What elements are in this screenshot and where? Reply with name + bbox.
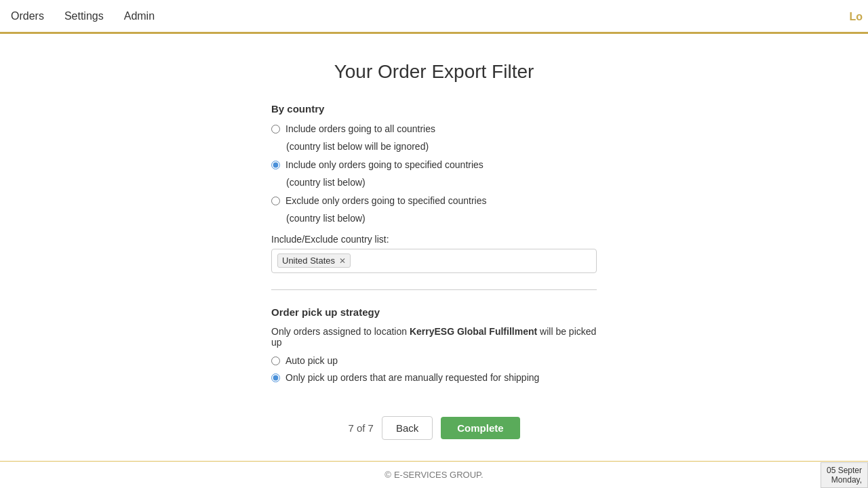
country-input-box[interactable]: United States ✕ xyxy=(271,249,597,273)
header-right-label: Lo xyxy=(849,11,863,23)
nav-orders[interactable]: Orders xyxy=(11,10,44,22)
radio-specified-exclude[interactable] xyxy=(271,197,280,205)
order-pickup-section: Order pick up strategy Only orders assig… xyxy=(271,306,597,389)
order-pickup-description: Only orders assigned to location KerryES… xyxy=(271,326,597,348)
header-right: Lo xyxy=(849,0,868,34)
radio-specified-include-label[interactable]: Include only orders going to specified c… xyxy=(285,159,484,172)
radio-group-manual-pickup: Only pick up orders that are manually re… xyxy=(271,371,597,385)
radio-auto-pickup[interactable] xyxy=(271,357,280,365)
radio-group-specified-exclude: Exclude only orders going to specified c… xyxy=(271,195,597,208)
main-content: Your Order Export Filter By country Incl… xyxy=(0,34,868,481)
page-footer: © E-SERVICES GROUP. xyxy=(0,461,868,488)
radio-all-countries-label[interactable]: Include orders going to all countries xyxy=(285,123,435,136)
section-divider xyxy=(271,289,597,290)
radio-specified-include[interactable] xyxy=(271,161,280,169)
radio-all-countries[interactable] xyxy=(271,125,280,134)
nav-admin[interactable]: Admin xyxy=(124,10,155,22)
radio-manual-pickup[interactable] xyxy=(271,373,280,382)
by-country-title: By country xyxy=(271,103,597,115)
footer-text: E-SERVICES GROUP. xyxy=(394,470,484,480)
radio-group-all-countries: Include orders going to all countries xyxy=(271,123,597,136)
radio-specified-exclude-sub: (country list below) xyxy=(286,212,597,226)
main-header: Orders Settings Admin Lo xyxy=(0,0,868,34)
description-prefix: Only orders assigned to location xyxy=(271,326,410,337)
order-pickup-title: Order pick up strategy xyxy=(271,306,597,318)
by-country-section: By country Include orders going to all c… xyxy=(271,103,597,273)
radio-group-auto-pickup: Auto pick up xyxy=(271,354,597,368)
country-tag-name: United States xyxy=(282,256,335,266)
page-indicator: 7 of 7 xyxy=(348,422,374,434)
date-line1: 05 Septer xyxy=(827,466,862,475)
country-tag-us: United States ✕ xyxy=(277,253,351,268)
main-nav: Orders Settings Admin xyxy=(11,10,175,22)
footer-content: © E-SERVICES GROUP. xyxy=(384,470,483,480)
complete-button[interactable]: Complete xyxy=(441,417,519,439)
country-list-label: Include/Exclude country list: xyxy=(271,234,597,245)
date-widget: 05 Septer Monday, xyxy=(821,462,868,488)
radio-specified-include-sub: (country list below) xyxy=(286,176,597,190)
radio-auto-pickup-label[interactable]: Auto pick up xyxy=(285,354,338,368)
country-tag-remove-us[interactable]: ✕ xyxy=(339,256,346,266)
location-name: KerryESG Global Fulfillment xyxy=(410,326,537,337)
page-title: Your Order Export Filter xyxy=(334,61,534,83)
back-button[interactable]: Back xyxy=(382,416,433,440)
radio-group-specified-include: Include only orders going to specified c… xyxy=(271,159,597,172)
copyright-icon: © xyxy=(384,470,391,480)
radio-all-countries-sub: (country list below will be ignored) xyxy=(286,140,597,154)
radio-manual-pickup-label[interactable]: Only pick up orders that are manually re… xyxy=(285,371,539,385)
radio-specified-exclude-label[interactable]: Exclude only orders going to specified c… xyxy=(285,195,487,208)
nav-settings[interactable]: Settings xyxy=(64,10,104,22)
bottom-nav: 7 of 7 Back Complete xyxy=(348,416,519,440)
date-line2: Monday, xyxy=(827,475,862,485)
